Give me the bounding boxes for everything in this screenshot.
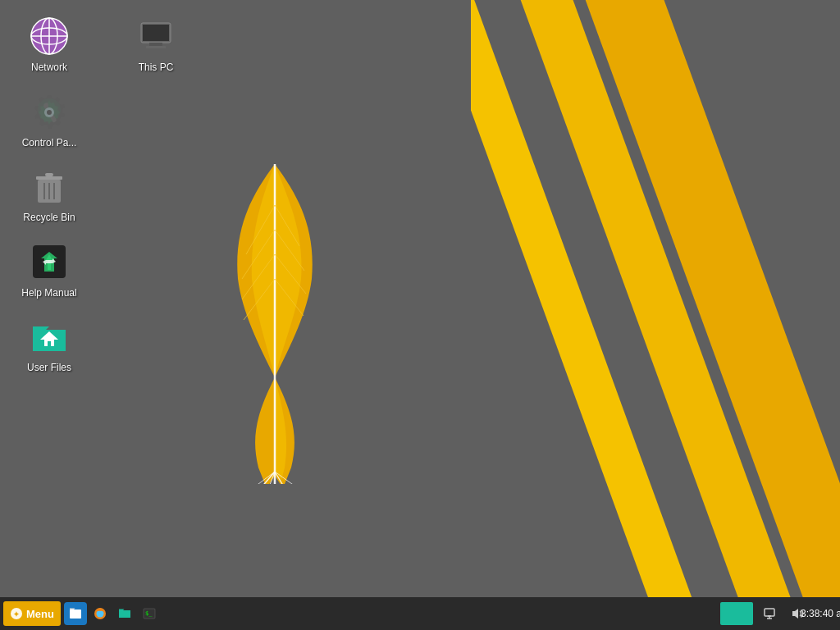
desktop-icons: Network This PC bbox=[16, 16, 189, 376]
taskbar-app-buttons: $_ bbox=[64, 602, 161, 625]
svg-line-38 bbox=[275, 472, 304, 484]
svg-line-29 bbox=[242, 254, 275, 299]
helpmanual-icon-item[interactable]: Help Manual bbox=[16, 242, 82, 301]
taskbar: ✦ Menu bbox=[0, 597, 840, 630]
controlpanel-icon bbox=[30, 92, 69, 131]
svg-rect-19 bbox=[36, 176, 62, 180]
start-button[interactable]: ✦ Menu bbox=[3, 601, 61, 626]
taskbar-terminal-btn[interactable]: $_ bbox=[138, 602, 161, 625]
taskbar-firefox-btn[interactable] bbox=[89, 602, 112, 625]
files-icon bbox=[68, 606, 83, 621]
svg-line-37 bbox=[262, 472, 275, 484]
icon-row-4: Help Manual bbox=[16, 242, 189, 301]
taskbar-files-btn[interactable] bbox=[64, 602, 87, 625]
helpmanual-icon bbox=[30, 242, 69, 281]
svg-line-36 bbox=[275, 472, 291, 484]
stripe-decoration bbox=[471, 0, 840, 630]
helpmanual-label: Help Manual bbox=[19, 286, 79, 301]
svg-line-32 bbox=[275, 230, 304, 271]
svg-line-31 bbox=[275, 205, 299, 246]
display-tray-btn[interactable] bbox=[758, 602, 781, 625]
start-label: Menu bbox=[26, 608, 54, 620]
svg-rect-7 bbox=[143, 25, 169, 41]
svg-rect-20 bbox=[45, 173, 53, 176]
icon-row-2: Control Pa... bbox=[16, 92, 189, 151]
svg-line-30 bbox=[244, 279, 275, 320]
thispc-icon-item[interactable]: This PC bbox=[123, 16, 189, 75]
svg-rect-42 bbox=[70, 609, 81, 619]
svg-text:✦: ✦ bbox=[13, 610, 20, 619]
recyclebin-label: Recycle Bin bbox=[21, 211, 77, 226]
thispc-icon bbox=[136, 16, 176, 56]
svg-rect-8 bbox=[149, 43, 162, 46]
svg-marker-51 bbox=[792, 609, 798, 619]
controlpanel-label: Control Pa... bbox=[20, 136, 80, 151]
start-icon: ✦ bbox=[10, 607, 23, 620]
active-window-btn[interactable] bbox=[720, 602, 753, 625]
userfiles-icon-item[interactable]: User Files bbox=[16, 317, 82, 376]
svg-line-28 bbox=[242, 230, 275, 279]
svg-rect-9 bbox=[146, 46, 166, 48]
thispc-label: This PC bbox=[136, 61, 176, 75]
stripe-1 bbox=[502, 0, 801, 630]
folder-icon bbox=[117, 606, 132, 621]
svg-text:$_: $_ bbox=[145, 610, 153, 617]
network-icon bbox=[30, 16, 69, 56]
network-label: Network bbox=[29, 61, 70, 75]
userfiles-label: User Files bbox=[25, 361, 74, 376]
icon-row-3: Recycle Bin bbox=[16, 167, 189, 226]
svg-line-34 bbox=[275, 279, 304, 316]
clock-text: 3:38:40 am bbox=[801, 608, 840, 619]
recyclebin-icon-item[interactable]: Recycle Bin bbox=[16, 167, 82, 226]
svg-rect-47 bbox=[765, 609, 774, 616]
svg-line-39 bbox=[242, 472, 275, 484]
taskbar-tray: 3:38:40 am bbox=[720, 602, 837, 625]
display-icon bbox=[763, 607, 776, 620]
clock-display[interactable]: 3:38:40 am bbox=[814, 602, 837, 625]
recyclebin-icon bbox=[30, 167, 69, 206]
svg-point-14 bbox=[47, 110, 52, 115]
stripe-3 bbox=[471, 0, 702, 630]
userfiles-icon bbox=[30, 317, 69, 356]
svg-line-35 bbox=[250, 472, 275, 484]
stripe-2 bbox=[568, 0, 840, 630]
firefox-icon bbox=[93, 606, 107, 621]
svg-line-33 bbox=[275, 254, 306, 294]
svg-line-27 bbox=[246, 205, 275, 254]
icon-row-5: User Files bbox=[16, 317, 189, 376]
network-icon-item[interactable]: Network bbox=[16, 16, 82, 75]
terminal-icon: $_ bbox=[142, 606, 157, 621]
taskbar-folder-btn[interactable] bbox=[113, 602, 136, 625]
feather-decoration bbox=[205, 148, 345, 487]
icon-row-1: Network This PC bbox=[16, 16, 189, 75]
controlpanel-icon-item[interactable]: Control Pa... bbox=[16, 92, 82, 151]
desktop: Network This PC bbox=[0, 0, 840, 630]
